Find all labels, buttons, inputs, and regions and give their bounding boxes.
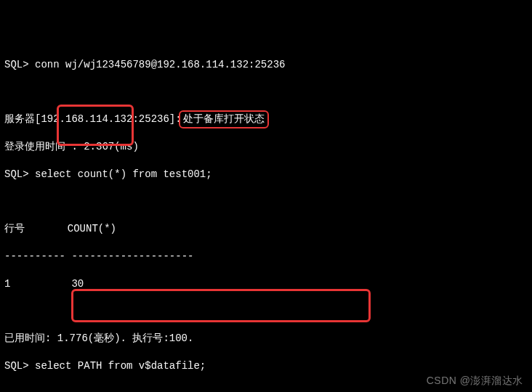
used-time-1: 已用时间: 1.776(毫秒). 执行号:100. bbox=[4, 332, 528, 346]
row-num: 1 bbox=[4, 278, 10, 290]
row-label: 行号 bbox=[4, 223, 25, 234]
blank-line bbox=[4, 85, 528, 99]
separator: ---------- -------------------- bbox=[4, 250, 528, 264]
server-status-highlight: 处于备库打开状态 bbox=[179, 110, 269, 128]
count-header: 行号 COUNT(*) bbox=[4, 222, 528, 236]
conn-command: conn wj/wj123456789@192.168.114.132:2523… bbox=[35, 59, 285, 70]
sql-prompt: SQL> bbox=[4, 59, 29, 70]
sql-prompt: SQL> bbox=[4, 360, 29, 372]
count-label: COUNT(*) bbox=[68, 223, 116, 234]
prompt-line-q2: SQL> select PATH from v$datafile; bbox=[4, 359, 528, 373]
count-value: 30 bbox=[71, 278, 84, 290]
highlight-box-count bbox=[57, 105, 134, 146]
query2-text: select PATH from v$datafile; bbox=[35, 360, 206, 372]
query1-text: select count(*) from test001; bbox=[35, 168, 212, 180]
prompt-line-q1: SQL> select count(*) from test001; bbox=[4, 168, 528, 181]
server-status-text: 处于备库打开状态 bbox=[183, 113, 265, 125]
sql-prompt: SQL> bbox=[4, 168, 29, 180]
blank-line bbox=[4, 195, 528, 208]
highlight-box-paths bbox=[71, 289, 371, 322]
prompt-line-conn: SQL> conn wj/wj123456789@192.168.114.132… bbox=[4, 58, 528, 72]
watermark-text: CSDN @澎湃溜达水 bbox=[427, 374, 523, 388]
